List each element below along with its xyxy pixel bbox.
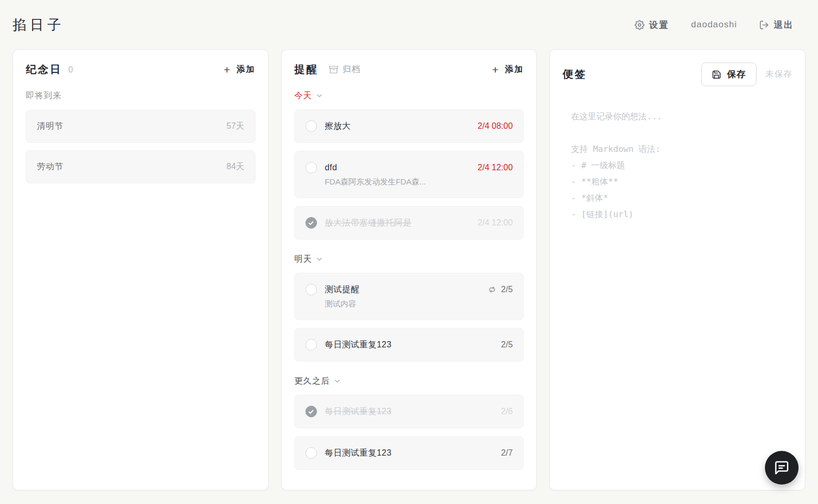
note-header: 便签 保存 未保存 — [563, 63, 792, 86]
reminder-time: 2/5 — [488, 283, 513, 296]
reminder-title: 每日测试重复123 — [325, 338, 493, 351]
logout-icon — [759, 20, 769, 30]
reminder-item[interactable]: 擦放大2/4 08:00 — [294, 109, 524, 143]
chat-button[interactable] — [765, 451, 799, 485]
reminder-title: 擦放大 — [325, 120, 470, 132]
reminder-time-value: 2/5 — [501, 338, 513, 351]
reminder-section-label[interactable]: 今天 — [294, 90, 524, 101]
anniversary-name: 劳动节 — [37, 161, 64, 172]
reminder-checkbox[interactable] — [305, 447, 317, 459]
save-status: 未保存 — [765, 69, 792, 80]
reminder-body: 测试提醒测试内容 — [325, 283, 480, 310]
reminder-time: 2/5 — [501, 338, 513, 351]
reminder-item[interactable]: 每日测试重复1232/5 — [294, 328, 524, 362]
reminder-subtitle: 测试内容 — [325, 298, 480, 310]
chevron-down-icon — [316, 92, 323, 99]
reminder-body: dfdFDA森阿东发动发生FDA森... — [325, 161, 470, 188]
chevron-down-icon — [316, 256, 323, 263]
reminder-time-value: 2/7 — [501, 447, 513, 459]
reminder-title: 测试提醒 — [325, 283, 480, 296]
reminder-time: 2/4 12:00 — [478, 217, 513, 229]
chat-bubble-icon — [774, 460, 790, 476]
reminder-time-value: 2/6 — [501, 405, 513, 418]
reminder-item[interactable]: dfdFDA森阿东发动发生FDA森...2/4 12:00 — [294, 151, 524, 198]
reminder-item[interactable]: 放大法带塞缝撒托阿是2/4 12:00 — [294, 206, 524, 240]
chevron-down-icon — [334, 378, 341, 385]
reminder-body: 每日测试重复123 — [325, 447, 493, 459]
reminder-title: 放大法带塞缝撒托阿是 — [325, 217, 470, 229]
plus-icon: + — [223, 64, 230, 75]
add-anniversary-button[interactable]: + 添加 — [223, 64, 255, 75]
archive-label: 归档 — [343, 64, 361, 75]
archive-button[interactable]: 归档 — [329, 64, 361, 75]
header-actions: 设置 daodaoshi 退出 — [635, 19, 794, 31]
reminder-time-value: 2/4 08:00 — [478, 120, 513, 132]
repeat-icon — [488, 285, 496, 294]
reminder-time-value: 2/4 12:00 — [478, 217, 513, 229]
add-reminder-label: 添加 — [505, 64, 524, 75]
anniversary-header: 纪念日 0 + 添加 — [26, 63, 255, 77]
reminder-title: 每日测试重复123 — [325, 405, 493, 418]
anniversary-item[interactable]: 劳动节84天 — [26, 150, 255, 183]
anniversary-list: 清明节57天劳动节84天 — [26, 110, 255, 191]
username: daodaoshi — [691, 19, 737, 30]
add-anniversary-label: 添加 — [237, 64, 255, 75]
reminder-item[interactable]: 测试提醒测试内容2/5 — [294, 273, 524, 320]
add-reminder-button[interactable]: + 添加 — [492, 64, 524, 75]
reminder-subtitle: FDA森阿东发动发生FDA森... — [325, 176, 470, 188]
floppy-save-icon — [712, 70, 721, 79]
anniversary-item[interactable]: 清明节57天 — [26, 110, 255, 143]
logout-label: 退出 — [774, 19, 794, 31]
settings-button[interactable]: 设置 — [635, 19, 669, 31]
anniversary-panel: 纪念日 0 + 添加 即将到来 清明节57天劳动节84天 — [13, 49, 269, 490]
reminder-item[interactable]: 每日测试重复1232/6 — [294, 395, 524, 428]
reminder-body: 每日测试重复123 — [325, 405, 493, 418]
reminder-time: 2/4 12:00 — [478, 161, 513, 174]
reminder-checkbox[interactable] — [305, 284, 317, 295]
reminder-section-label[interactable]: 明天 — [294, 254, 524, 265]
note-panel: 便签 保存 未保存 在这里记录你的想法... 支持 Markdown 语法: -… — [549, 49, 805, 490]
reminder-checkbox[interactable] — [305, 120, 317, 132]
reminder-body: 擦放大 — [325, 120, 470, 132]
anniversary-days: 84天 — [227, 161, 244, 172]
reminder-checkbox[interactable] — [305, 406, 317, 417]
checkmark-icon — [308, 408, 314, 415]
anniversary-name: 清明节 — [37, 121, 64, 132]
reminder-panel: 提醒 归档 + 添加 今天擦放大2/4 08:00dfdFDA森阿东发动发生FD… — [281, 49, 537, 490]
logout-button[interactable]: 退出 — [759, 19, 794, 31]
main-columns: 纪念日 0 + 添加 即将到来 清明节57天劳动节84天 提醒 归档 + 添加 — [13, 49, 805, 490]
reminder-title: 每日测试重复123 — [325, 447, 493, 459]
reminder-checkbox[interactable] — [305, 162, 317, 173]
note-title: 便签 — [563, 67, 587, 81]
save-button[interactable]: 保存 — [701, 63, 756, 86]
anniversary-days: 57天 — [227, 121, 244, 132]
anniversary-count: 0 — [68, 65, 73, 75]
reminder-body: 放大法带塞缝撒托阿是 — [325, 217, 470, 229]
upcoming-label: 即将到来 — [26, 90, 255, 101]
reminder-time-value: 2/5 — [501, 283, 513, 296]
reminder-title: dfd — [325, 161, 470, 174]
reminder-section-label[interactable]: 更久之后 — [294, 376, 524, 387]
reminder-item[interactable]: 每日测试重复1232/7 — [294, 436, 524, 470]
section-label-text: 更久之后 — [294, 376, 330, 387]
settings-label: 设置 — [649, 19, 669, 31]
reminder-time: 2/7 — [501, 447, 513, 459]
note-editor[interactable]: 在这里记录你的想法... 支持 Markdown 语法: - # 一级标题 - … — [563, 108, 792, 477]
app-header: 掐日子 设置 daodaoshi 退出 — [0, 0, 818, 49]
save-label: 保存 — [727, 68, 746, 80]
gear-icon — [635, 20, 645, 30]
reminder-body: 每日测试重复123 — [325, 338, 493, 351]
reminder-time: 2/6 — [501, 405, 513, 418]
reminder-header: 提醒 归档 + 添加 — [294, 63, 524, 77]
reminder-checkbox[interactable] — [305, 217, 317, 229]
section-label-text: 今天 — [294, 90, 312, 101]
reminder-time-value: 2/4 12:00 — [478, 161, 513, 174]
reminder-time: 2/4 08:00 — [478, 120, 513, 132]
reminder-sections: 今天擦放大2/4 08:00dfdFDA森阿东发动发生FDA森...2/4 12… — [294, 90, 524, 478]
archive-icon — [329, 65, 338, 74]
anniversary-title: 纪念日 — [26, 63, 62, 77]
plus-icon: + — [492, 64, 498, 75]
section-label-text: 明天 — [294, 254, 312, 265]
reminder-title: 提醒 — [294, 63, 319, 77]
reminder-checkbox[interactable] — [305, 339, 317, 351]
